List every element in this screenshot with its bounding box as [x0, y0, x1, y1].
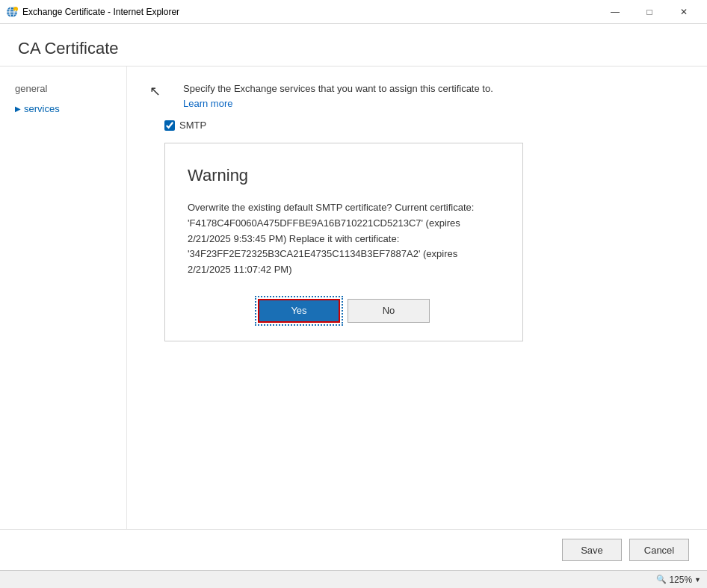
minimize-button[interactable]: — [598, 0, 632, 24]
smtp-row: SMTP [164, 120, 685, 131]
instruction-area: ↖ Specify the Exchange services that you… [149, 81, 685, 111]
services-arrow-icon: ▶ [15, 105, 21, 113]
window-body: CA Certificate general ▶ services ↖ Spec… [0, 24, 707, 570]
sidebar-item-services[interactable]: ▶ services [0, 99, 126, 119]
sidebar: general ▶ services [0, 66, 127, 529]
instruction-text: Specify the Exchange services that you w… [183, 81, 493, 111]
no-button[interactable]: No [348, 299, 430, 323]
footer: Save Cancel [0, 529, 707, 570]
main-panel: ↖ Specify the Exchange services that you… [127, 66, 707, 529]
titlebar-left: e Exchange Certificate - Internet Explor… [6, 6, 179, 18]
cancel-button[interactable]: Cancel [629, 539, 689, 561]
cursor-icon: ↖ [149, 83, 161, 99]
titlebar-controls: — □ ✕ [598, 0, 701, 24]
warning-body: Overwrite the existing default SMTP cert… [188, 200, 500, 278]
page-title: CA Certificate [18, 39, 689, 58]
titlebar-title: Exchange Certificate - Internet Explorer [22, 7, 179, 17]
warning-buttons: Yes No [188, 299, 500, 323]
maximize-button[interactable]: □ [632, 0, 667, 24]
learn-more-link[interactable]: Learn more [183, 98, 232, 109]
zoom-level: 🔍 125% ▼ [656, 575, 701, 585]
close-button[interactable]: ✕ [667, 0, 701, 24]
zoom-arrow-icon[interactable]: ▼ [694, 576, 701, 584]
sidebar-item-general[interactable]: general [0, 78, 126, 99]
sidebar-item-services-label: services [24, 103, 60, 114]
warning-title: Warning [188, 166, 500, 185]
yes-button[interactable]: Yes [258, 299, 340, 323]
ie-icon: e [6, 6, 18, 18]
save-button[interactable]: Save [562, 539, 622, 561]
sidebar-item-general-label: general [15, 83, 47, 94]
smtp-label: SMTP [179, 120, 206, 131]
warning-dialog: Warning Overwrite the existing default S… [164, 143, 523, 341]
page-header: CA Certificate [0, 24, 707, 66]
zoom-icon: 🔍 [656, 575, 667, 584]
smtp-checkbox[interactable] [164, 120, 175, 131]
statusbar: 🔍 125% ▼ [0, 570, 707, 588]
content-area: general ▶ services ↖ Specify the Exchang… [0, 66, 707, 529]
zoom-value: 125% [669, 575, 692, 585]
titlebar: e Exchange Certificate - Internet Explor… [0, 0, 707, 24]
